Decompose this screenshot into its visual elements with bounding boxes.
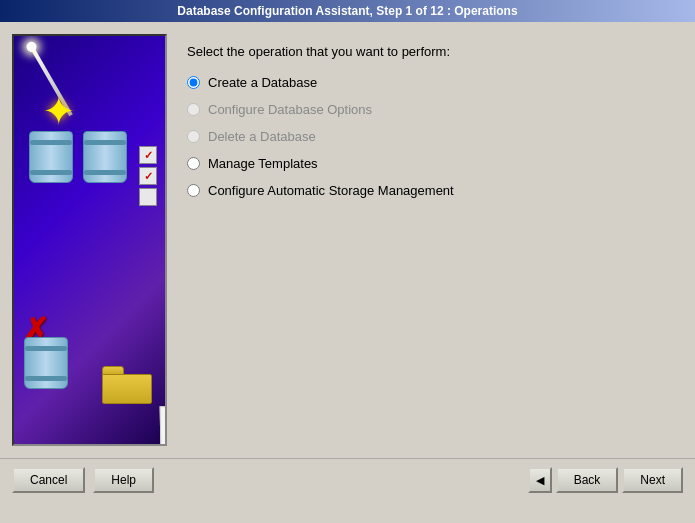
folder-icon	[102, 366, 152, 404]
titlebar-text: Database Configuration Assistant, Step 1…	[177, 4, 517, 18]
radio-delete-database[interactable]	[187, 130, 200, 143]
option-delete-database-label: Delete a Database	[208, 129, 316, 144]
option-create-database-label: Create a Database	[208, 75, 317, 90]
next-button[interactable]: Next	[622, 467, 683, 493]
content-area: ✦ ✗	[0, 22, 695, 458]
options-panel: Select the operation that you want to pe…	[167, 34, 683, 446]
option-delete-database[interactable]: Delete a Database	[187, 129, 663, 144]
back-button[interactable]: Back	[556, 467, 619, 493]
folder-group	[100, 334, 160, 404]
nav-buttons: ◀ Back Next	[528, 467, 683, 493]
cancel-button[interactable]: Cancel	[12, 467, 85, 493]
checkbox-3	[139, 188, 157, 206]
back-arrow-icon[interactable]: ◀	[528, 467, 552, 493]
left-buttons: Cancel Help	[12, 467, 154, 493]
option-configure-database[interactable]: Configure Database Options	[187, 102, 663, 117]
image-panel: ✦ ✗	[12, 34, 167, 446]
titlebar: Database Configuration Assistant, Step 1…	[0, 0, 695, 22]
radio-manage-templates[interactable]	[187, 157, 200, 170]
barrel-2	[83, 131, 127, 183]
radio-configure-database[interactable]	[187, 103, 200, 116]
checkbox-1	[139, 146, 157, 164]
barrel-group-top	[29, 131, 127, 183]
option-manage-templates-label: Manage Templates	[208, 156, 318, 171]
option-manage-templates[interactable]: Manage Templates	[187, 156, 663, 171]
checkbox-2	[139, 167, 157, 185]
star-icon: ✦	[42, 91, 76, 131]
barrel-bottom	[24, 337, 68, 389]
radio-configure-asm[interactable]	[187, 184, 200, 197]
checkbox-area	[139, 146, 157, 206]
button-bar: Cancel Help ◀ Back Next	[0, 458, 695, 501]
main-window: Database Configuration Assistant, Step 1…	[0, 0, 695, 501]
folder-body	[102, 374, 152, 404]
radio-create-database[interactable]	[187, 76, 200, 89]
barrel-1	[29, 131, 73, 183]
option-configure-database-label: Configure Database Options	[208, 102, 372, 117]
barrel-3	[24, 337, 68, 389]
instruction-text: Select the operation that you want to pe…	[187, 44, 663, 59]
help-button[interactable]: Help	[93, 467, 154, 493]
option-configure-asm-label: Configure Automatic Storage Management	[208, 183, 454, 198]
option-configure-asm[interactable]: Configure Automatic Storage Management	[187, 183, 663, 198]
option-create-database[interactable]: Create a Database	[187, 75, 663, 90]
